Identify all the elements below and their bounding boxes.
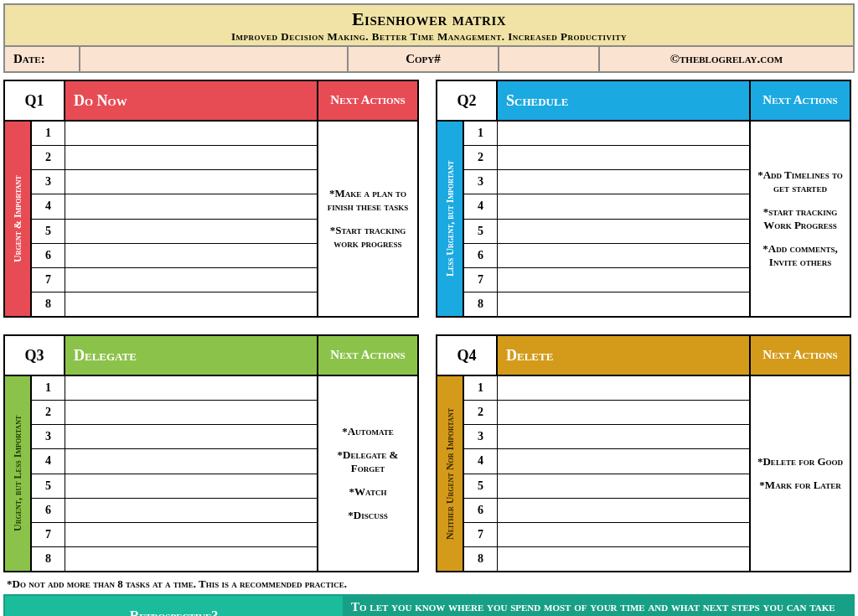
task-row[interactable]: 7 <box>32 523 317 547</box>
quadrant-q3: Q3 Delegate Next Actions Urgent, but Les… <box>3 334 419 572</box>
q1-sidebar: Urgent & Important <box>5 122 32 316</box>
info-row: Date: Copy# ©theblogrelay.com <box>5 45 853 71</box>
task-row[interactable]: 8 <box>464 292 749 316</box>
task-row[interactable]: 2 <box>464 401 749 425</box>
copy-value[interactable] <box>499 47 600 71</box>
q3-sidebar: Urgent, but Less Important <box>5 376 32 571</box>
q1-actions: *Make a plan to finish these tasks *Star… <box>317 122 417 316</box>
task-row[interactable]: 1 <box>464 376 749 401</box>
task-row[interactable]: 8 <box>32 292 317 316</box>
action-item: *Discuss <box>323 509 412 522</box>
credit: ©theblogrelay.com <box>600 47 853 71</box>
task-row[interactable]: 3 <box>464 425 749 449</box>
title-band: Eisenhower matrix Improved Decision Maki… <box>5 5 853 45</box>
task-row[interactable]: 3 <box>32 170 317 194</box>
q3-actions: *Automate *Delegate & Forget *Watch *Dis… <box>317 376 417 571</box>
q2-rows: 1 2 3 4 5 6 7 8 <box>464 122 749 316</box>
action-item: *Delete for Good <box>756 455 845 468</box>
task-row[interactable]: 2 <box>464 146 749 170</box>
matrix-grid: Q1 Do Now Next Actions Urgent & Importan… <box>3 80 855 572</box>
q2-actions: *Add Timelines to get started *start tra… <box>749 122 850 316</box>
action-item: *Mark for Later <box>756 479 845 492</box>
task-row[interactable]: 6 <box>32 244 317 268</box>
action-item: *Start tracking work progress <box>323 224 412 251</box>
page-title: Eisenhower matrix <box>5 8 853 30</box>
date-value[interactable] <box>80 47 349 71</box>
q4-next-actions-header: Next Actions <box>749 336 850 375</box>
task-row[interactable]: 6 <box>32 499 317 523</box>
q3-code: Q3 <box>5 336 65 375</box>
task-row[interactable]: 5 <box>464 220 749 244</box>
action-item: *start tracking Work Progress <box>756 205 845 232</box>
task-row[interactable]: 4 <box>464 449 749 474</box>
q2-sidebar: Less Urgent, but Important <box>437 122 464 316</box>
footnote: *Do not add more than 8 tasks at a time.… <box>7 577 851 591</box>
task-row[interactable]: 4 <box>464 194 749 219</box>
task-row[interactable]: 4 <box>32 194 317 219</box>
q4-code: Q4 <box>437 336 498 375</box>
task-row[interactable]: 8 <box>464 547 749 571</box>
header: Eisenhower matrix Improved Decision Maki… <box>3 3 855 73</box>
q4-title: Delete <box>498 336 749 375</box>
task-row[interactable]: 5 <box>32 220 317 244</box>
action-item: *Watch <box>323 485 412 499</box>
retrospective-bar: Retrospective? To let you know where you… <box>3 594 855 616</box>
action-item: *Add comments, Invite others <box>756 242 845 269</box>
q2-title: Schedule <box>498 81 749 120</box>
q3-rows: 1 2 3 4 5 6 7 8 <box>32 376 317 571</box>
q1-rows: 1 2 3 4 5 6 7 8 <box>32 122 317 316</box>
task-row[interactable]: 7 <box>32 268 317 292</box>
task-row[interactable]: 7 <box>464 268 749 292</box>
page-subtitle: Improved Decision Making. Better Time Ma… <box>5 30 853 44</box>
task-row[interactable]: 5 <box>32 474 317 499</box>
action-item: *Delegate & Forget <box>323 448 412 475</box>
task-row[interactable]: 6 <box>464 244 749 268</box>
task-row[interactable]: 5 <box>464 474 749 499</box>
quadrant-q1: Q1 Do Now Next Actions Urgent & Importan… <box>3 80 419 318</box>
copy-label: Copy# <box>349 47 499 71</box>
q4-sidebar: Neither Urgent Nor Important <box>437 376 464 571</box>
q1-title: Do Now <box>65 81 317 120</box>
quadrant-q4: Q4 Delete Next Actions Neither Urgent No… <box>436 334 851 572</box>
action-item: *Add Timelines to get started <box>756 168 845 195</box>
q3-next-actions-header: Next Actions <box>317 336 417 375</box>
task-row[interactable]: 3 <box>32 425 317 449</box>
task-row[interactable]: 1 <box>32 122 317 146</box>
task-row[interactable]: 4 <box>32 449 317 474</box>
task-row[interactable]: 2 <box>32 146 317 170</box>
task-row[interactable]: 1 <box>464 122 749 146</box>
q2-code: Q2 <box>437 81 498 120</box>
task-row[interactable]: 1 <box>32 376 317 401</box>
retro-text: To let you know where you spend most of … <box>344 596 853 616</box>
task-row[interactable]: 2 <box>32 401 317 425</box>
task-row[interactable]: 7 <box>464 523 749 547</box>
task-row[interactable]: 8 <box>32 547 317 571</box>
q1-next-actions-header: Next Actions <box>317 81 417 120</box>
task-row[interactable]: 6 <box>464 499 749 523</box>
date-label: Date: <box>5 47 80 71</box>
retro-label: Retrospective? <box>5 596 344 616</box>
q4-actions: *Delete for Good *Mark for Later <box>749 376 850 571</box>
q3-title: Delegate <box>65 336 317 375</box>
action-item: *Make a plan to finish these tasks <box>323 187 412 214</box>
quadrant-q2: Q2 Schedule Next Actions Less Urgent, bu… <box>436 80 851 318</box>
q2-next-actions-header: Next Actions <box>749 81 850 120</box>
task-row[interactable]: 3 <box>464 170 749 194</box>
action-item: *Automate <box>323 425 412 438</box>
q1-code: Q1 <box>5 81 65 120</box>
q4-rows: 1 2 3 4 5 6 7 8 <box>464 376 749 571</box>
